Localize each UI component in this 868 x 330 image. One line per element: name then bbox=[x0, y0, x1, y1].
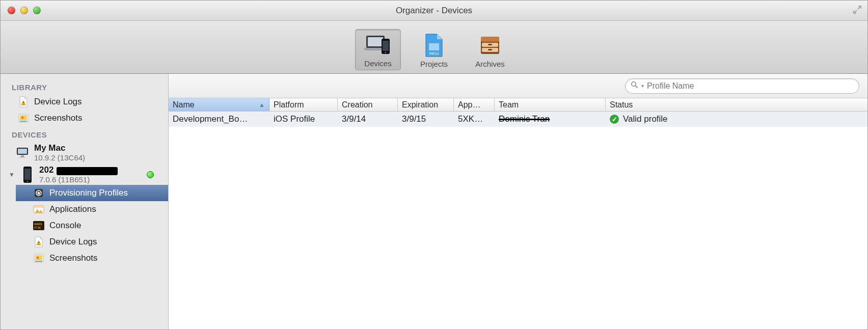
profile-icon bbox=[33, 187, 44, 199]
sidebar-item-label: Screenshots bbox=[34, 113, 83, 123]
svg-rect-21 bbox=[18, 149, 27, 154]
content: LIBRARY Device Logs Screenshots DEVICES bbox=[1, 74, 867, 329]
column-platform[interactable]: Platform bbox=[269, 98, 338, 111]
organizer-window: Organizer - Devices Devices bbox=[0, 0, 868, 330]
sidebar-item-label: Applications bbox=[49, 204, 96, 214]
redacted-text bbox=[57, 167, 118, 175]
device-subtitle: 7.0.6 (11B651) bbox=[39, 175, 118, 184]
devices-icon bbox=[364, 33, 392, 57]
search-field[interactable]: ▾ bbox=[625, 78, 859, 94]
tab-archives[interactable]: Archives bbox=[467, 30, 513, 70]
column-label: Platform bbox=[274, 100, 304, 109]
sidebar-item-label: Device Logs bbox=[49, 237, 97, 247]
svg-rect-34 bbox=[38, 244, 39, 244]
column-label: App… bbox=[458, 100, 480, 109]
svg-text:PROJ: PROJ bbox=[429, 52, 439, 56]
search-bar: ▾ bbox=[169, 74, 867, 98]
screenshot-icon bbox=[18, 113, 29, 124]
window-controls bbox=[1, 7, 41, 14]
svg-rect-4 bbox=[383, 41, 389, 51]
column-team[interactable]: Team bbox=[495, 98, 606, 111]
svg-rect-14 bbox=[23, 102, 23, 103]
svg-rect-38 bbox=[35, 261, 42, 262]
cell-app: 5XK… bbox=[454, 114, 495, 124]
window-title: Organizer - Devices bbox=[1, 6, 867, 16]
column-label: Expiration bbox=[402, 100, 438, 109]
titlebar: Organizer - Devices bbox=[1, 1, 867, 21]
cell-platform: iOS Profile bbox=[269, 114, 338, 124]
fullscreen-icon[interactable] bbox=[852, 5, 862, 15]
svg-text:07:36: 07:36 bbox=[34, 226, 41, 229]
svg-point-5 bbox=[385, 51, 386, 53]
device-subitems: Provisioning Profiles Applications WARN0… bbox=[1, 185, 168, 266]
redacted-team-text: Dominic Tran bbox=[499, 114, 550, 124]
archives-icon bbox=[476, 33, 504, 58]
zoom-window-button[interactable] bbox=[33, 7, 41, 14]
svg-point-39 bbox=[632, 82, 636, 87]
console-icon: WARN07:36 bbox=[33, 220, 44, 231]
svg-rect-33 bbox=[38, 242, 39, 243]
sidebar-item-device-logs[interactable]: Device Logs bbox=[1, 94, 168, 110]
screenshot-icon bbox=[33, 253, 44, 264]
sidebar-item-label: Provisioning Profiles bbox=[49, 188, 128, 198]
warning-doc-icon bbox=[18, 96, 29, 107]
column-app[interactable]: App… bbox=[454, 98, 495, 111]
column-label: Creation bbox=[342, 100, 372, 109]
svg-line-40 bbox=[635, 86, 637, 88]
device-name: 202 bbox=[39, 165, 118, 175]
sidebar-device-iphone[interactable]: ▼ 202 7.0.6 (11B651) bbox=[1, 163, 168, 185]
svg-point-26 bbox=[26, 180, 28, 182]
tab-devices[interactable]: Devices bbox=[355, 29, 401, 70]
sort-ascending-icon: ▲ bbox=[259, 101, 265, 108]
table-row[interactable]: Development_Bo… iOS Profile 3/9/14 3/9/1… bbox=[169, 112, 867, 127]
iphone-icon bbox=[21, 166, 34, 183]
device-subtitle: 10.9.2 (13C64) bbox=[34, 153, 85, 162]
sidebar-item-console[interactable]: WARN07:36 Console bbox=[16, 217, 168, 234]
projects-icon: PROJ bbox=[420, 33, 448, 58]
sidebar-item-applications[interactable]: Applications bbox=[16, 201, 168, 217]
sidebar-item-device-logs-2[interactable]: Device Logs bbox=[16, 234, 168, 250]
sidebar-device-mac[interactable]: My Mac 10.9.2 (13C64) bbox=[1, 141, 168, 163]
svg-rect-22 bbox=[21, 155, 24, 157]
toolbar: Devices PROJ Projects bbox=[1, 21, 867, 74]
tab-devices-label: Devices bbox=[364, 59, 391, 68]
svg-rect-11 bbox=[488, 44, 492, 45]
device-name: My Mac bbox=[34, 143, 85, 153]
column-name[interactable]: Name ▲ bbox=[169, 98, 269, 111]
column-label: Name bbox=[173, 100, 195, 109]
search-input[interactable] bbox=[647, 81, 854, 91]
column-creation[interactable]: Creation bbox=[338, 98, 398, 111]
tab-archives-label: Archives bbox=[475, 60, 505, 68]
search-dropdown-icon[interactable]: ▾ bbox=[641, 83, 644, 89]
svg-rect-9 bbox=[481, 37, 499, 42]
svg-point-37 bbox=[37, 257, 39, 259]
sidebar-item-provisioning-profiles[interactable]: Provisioning Profiles bbox=[16, 185, 168, 201]
valid-check-icon: ✓ bbox=[610, 115, 619, 124]
imac-icon bbox=[16, 144, 29, 161]
search-icon bbox=[631, 81, 638, 91]
device-online-indicator-icon bbox=[147, 171, 154, 178]
cell-expiration: 3/9/15 bbox=[398, 114, 454, 124]
tab-projects[interactable]: PROJ Projects bbox=[411, 30, 457, 70]
svg-rect-13 bbox=[488, 49, 492, 50]
svg-rect-23 bbox=[19, 157, 25, 158]
disclosure-triangle-icon[interactable]: ▼ bbox=[9, 171, 15, 178]
column-status[interactable]: Status bbox=[606, 98, 867, 111]
table-header: Name ▲ Platform Creation Expiration App…… bbox=[169, 98, 867, 112]
svg-point-18 bbox=[21, 117, 23, 119]
close-window-button[interactable] bbox=[8, 7, 15, 14]
sidebar-item-screenshots[interactable]: Screenshots bbox=[1, 110, 168, 126]
column-label: Team bbox=[499, 100, 519, 109]
minimize-window-button[interactable] bbox=[20, 7, 28, 14]
cell-creation: 3/9/14 bbox=[338, 114, 398, 124]
devices-header: DEVICES bbox=[1, 126, 168, 141]
status-label: Valid profile bbox=[623, 114, 668, 124]
cell-team: Dominic Tran bbox=[495, 114, 606, 124]
library-header: LIBRARY bbox=[1, 79, 168, 94]
column-expiration[interactable]: Expiration bbox=[398, 98, 454, 111]
device-name-prefix: 202 bbox=[39, 165, 53, 175]
sidebar-item-label: Device Logs bbox=[34, 97, 82, 107]
main-panel: ▾ Name ▲ Platform Creation Expiration Ap… bbox=[169, 74, 867, 329]
applications-icon bbox=[33, 204, 44, 215]
sidebar-item-screenshots-2[interactable]: Screenshots bbox=[16, 250, 168, 266]
